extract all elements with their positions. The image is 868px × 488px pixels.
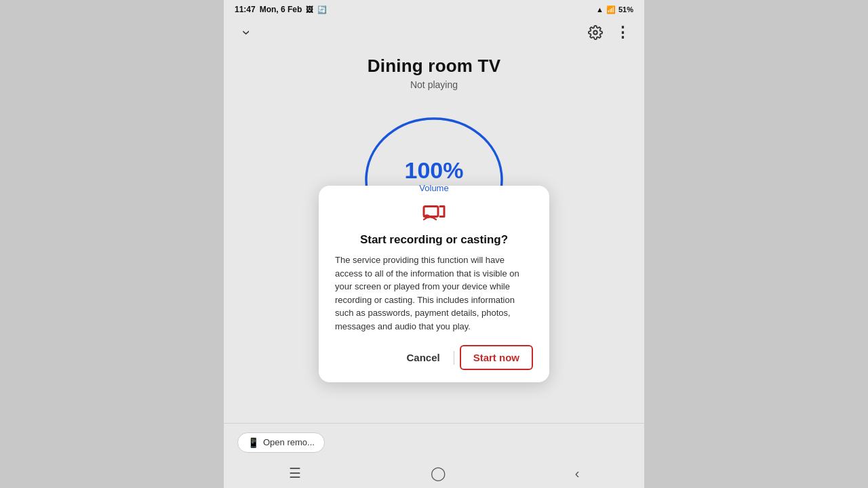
dialog-actions: Cancel Start now	[335, 345, 533, 370]
nav-home-button[interactable]: ◯	[431, 465, 446, 481]
svg-point-0	[593, 30, 597, 35]
open-remote-button[interactable]: 📱 Open remo...	[237, 432, 325, 453]
dialog-overlay: Start recording or casting? The service …	[224, 49, 644, 423]
cast-icon	[422, 199, 446, 226]
notification-icon: 🖼	[306, 5, 313, 14]
more-options-button[interactable]: ⋮	[612, 22, 633, 43]
cast-icon-svg	[422, 199, 446, 224]
volume-percent: 100%	[405, 159, 464, 182]
phone-frame: 11:47 Mon, 6 Feb 🖼 🔄 ▲ 📶 51% ‹ ⋮	[224, 0, 644, 488]
dialog-box: Start recording or casting? The service …	[319, 186, 549, 382]
remote-icon: 📱	[248, 437, 259, 448]
status-time-date: 11:47 Mon, 6 Feb 🖼 🔄	[235, 5, 327, 14]
status-indicators: ▲ 📶 51%	[596, 5, 633, 14]
settings-button[interactable]	[585, 22, 606, 43]
right-background	[644, 0, 868, 488]
volume-center: 100% Volume	[405, 159, 464, 193]
nav-bar: ☰ ◯ ‹	[224, 461, 644, 488]
signal-icon: ▲	[596, 5, 604, 14]
nav-right-icons: ⋮	[585, 22, 633, 43]
top-nav: ‹ ⋮	[224, 19, 644, 49]
volume-label: Volume	[419, 183, 448, 193]
start-now-button[interactable]: Start now	[460, 345, 533, 370]
dialog-title: Start recording or casting?	[360, 233, 508, 247]
left-background	[0, 0, 224, 488]
open-remote-label: Open remo...	[263, 437, 315, 447]
wifi-icon: 📶	[606, 5, 616, 14]
nav-back-button[interactable]: ‹	[575, 466, 580, 481]
main-content: Dining room TV Not playing 100% Volume	[224, 49, 644, 423]
status-date: Mon, 6 Feb	[260, 5, 302, 14]
battery-percent: 51%	[618, 5, 633, 14]
button-divider	[454, 351, 454, 365]
status-time: 11:47	[235, 5, 256, 14]
status-bar: 11:47 Mon, 6 Feb 🖼 🔄 ▲ 📶 51%	[224, 0, 644, 19]
cancel-button[interactable]: Cancel	[398, 346, 448, 369]
dialog-body: The service providing this function will…	[335, 253, 533, 333]
battery-indicator: 51%	[618, 5, 633, 14]
collapse-button[interactable]: ‹	[235, 22, 256, 43]
sync-icon: 🔄	[317, 5, 327, 14]
bottom-bar: 📱 Open remo...	[224, 423, 644, 461]
nav-recent-button[interactable]: ☰	[289, 465, 301, 481]
